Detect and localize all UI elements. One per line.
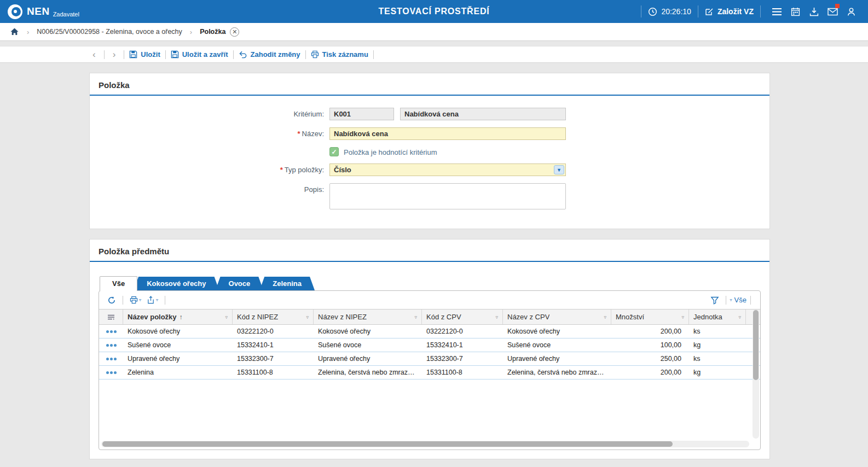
breadcrumb: › N006/25/V00002958 - Zelenina, ovoce a … [0, 23, 868, 41]
create-vz-button[interactable]: Založit VZ [705, 7, 754, 16]
item-section: Položka Kritérium: K001 Nabídková cena N… [89, 73, 770, 229]
breadcrumb-contract[interactable]: N006/25/V00002958 - Zelenina, ovoce a oř… [37, 28, 182, 36]
separator [233, 50, 234, 59]
app-logo[interactable]: NEN Zadavatel [8, 4, 79, 19]
tab-zelenina[interactable]: Zelenina [259, 277, 315, 290]
print-record-button[interactable]: Tisk záznamu [311, 50, 368, 59]
messages-button[interactable] [823, 0, 842, 23]
save-button[interactable]: Uložit [129, 50, 160, 59]
export-icon [147, 296, 155, 304]
close-tab-icon[interactable]: ✕ [230, 27, 239, 37]
column-chooser[interactable] [99, 310, 123, 324]
discard-changes-button[interactable]: Zahodit změny [239, 50, 300, 59]
cell-item-name: Sušené ovoce [123, 341, 233, 349]
environment-title: TESTOVACÍ PROSTŘEDÍ [378, 7, 489, 16]
cell-item-name: Kokosové ořechy [123, 328, 233, 335]
cell-item-name: Upravené ořechy [123, 355, 233, 363]
column-filter-icon[interactable]: ▿ [411, 314, 417, 320]
description-label: Popis: [90, 183, 329, 194]
column-header-nazev-nipez[interactable]: Název z NIPEZ ▿ [314, 310, 422, 324]
tab-ovoce[interactable]: Ovoce [216, 277, 264, 290]
column-header-kod-nipez[interactable]: Kód z NIPEZ ▿ [233, 310, 314, 324]
topbar-actions: 20:26:10 Založit VZ [634, 0, 860, 23]
row-menu-dots-icon [106, 344, 117, 347]
item-type-select[interactable]: Číslo ▼ [329, 164, 566, 176]
row-menu-button[interactable] [99, 358, 123, 360]
column-header-jednotka[interactable]: Jednotka ▿ [689, 310, 746, 324]
chevron-down-icon[interactable]: ▼ [554, 165, 564, 174]
criterion-name-field[interactable]: Nabídková cena [400, 108, 566, 120]
save-close-button[interactable]: Uložit a zavřít [171, 50, 228, 59]
column-filter-icon[interactable]: ▿ [600, 314, 606, 320]
undo-icon [239, 50, 247, 59]
column-filter-icon[interactable]: ▿ [303, 314, 309, 320]
column-label: Název z CPV [507, 313, 549, 321]
cell-nipez-code: 03222120-0 [233, 328, 314, 335]
discard-label: Zahodit změny [251, 50, 300, 59]
tab-vse[interactable]: Vše [100, 276, 137, 291]
chevron-down-icon: ▿ [156, 297, 158, 302]
horizontal-scrollbar-thumb[interactable] [102, 441, 673, 447]
table-row[interactable]: Kokosové ořechy 03222120-0 Kokosové ořec… [99, 325, 760, 338]
refresh-button[interactable] [105, 296, 119, 305]
export-button[interactable]: ▿ [144, 296, 161, 304]
horizontal-scrollbar[interactable] [101, 441, 749, 447]
profile-button[interactable] [842, 0, 860, 23]
spacer [90, 147, 329, 149]
cell-nipez-name: Kokosové ořechy [314, 328, 422, 335]
criterion-code-field[interactable]: K001 [329, 108, 394, 120]
vertical-scrollbar-thumb[interactable] [753, 310, 759, 380]
unread-badge [835, 4, 840, 8]
column-filter-icon[interactable]: ▿ [222, 314, 228, 320]
name-label: Název: [90, 127, 329, 138]
cell-cpv-code: 15331100-8 [422, 369, 503, 376]
column-header-kod-cpv[interactable]: Kód z CPV ▿ [422, 310, 503, 324]
filter-preset-dropdown[interactable]: Vše [734, 296, 747, 304]
column-header-nazev-cpv[interactable]: Název z CPV ▿ [503, 310, 611, 324]
home-icon[interactable] [10, 27, 19, 36]
menu-button[interactable] [767, 0, 786, 23]
calendar-button[interactable] [786, 0, 805, 23]
column-filter-icon[interactable]: ▿ [492, 314, 498, 320]
table-row[interactable]: Sušené ovoce 15332410-1 Sušené ovoce 153… [99, 338, 760, 352]
funnel-icon [710, 296, 719, 305]
table-row[interactable]: Zelenina 15331100-8 Zelenina, čerstvá ne… [99, 366, 760, 380]
separator [165, 296, 165, 305]
column-filter-icon[interactable]: ▿ [735, 314, 741, 320]
nav-back-icon[interactable]: ‹ [89, 50, 99, 59]
action-toolbar: ‹ › Uložit Uložit a zavřít Zahodit změny… [0, 46, 868, 63]
name-input[interactable]: Nabídková cena [329, 127, 566, 140]
cell-cpv-name: Sušené ovoce [503, 341, 611, 349]
row-menu-button[interactable] [99, 344, 123, 347]
separator [726, 296, 726, 305]
vertical-scrollbar[interactable] [753, 310, 759, 439]
description-input[interactable] [329, 183, 566, 209]
clock-icon [648, 7, 657, 16]
print-grid-button[interactable]: ▿ [127, 296, 144, 304]
nav-forward-icon[interactable]: › [109, 50, 119, 59]
cell-quantity: 200,00 [611, 328, 689, 335]
table-header: Název položky ↑ ▿ Kód z NIPEZ ▿ Název z … [99, 309, 760, 325]
column-filter-icon[interactable]: ▿ [678, 314, 684, 320]
sort-ascending-icon[interactable]: ↑ [180, 313, 183, 321]
top-bar: NEN Zadavatel TESTOVACÍ PROSTŘEDÍ 20:26:… [0, 0, 868, 23]
brand-role: Zadavatel [53, 11, 79, 17]
download-icon [809, 7, 819, 16]
row-menu-button[interactable] [99, 371, 123, 374]
table-row[interactable]: Upravené ořechy 15332300-7 Upravené ořec… [99, 352, 760, 366]
is-criterion-checkbox[interactable] [329, 147, 339, 156]
brand-name: NEN [27, 5, 50, 17]
breadcrumb-separator: › [27, 28, 29, 36]
subject-items-section: Položka předmětu Vše Kokosové ořechy Ovo… [89, 239, 770, 459]
is-criterion-label: Položka je hodnotící kritérium [344, 148, 437, 156]
row-menu-button[interactable] [99, 330, 123, 333]
cell-nipez-code: 15331100-8 [233, 369, 314, 376]
grid-toolbar: ▿ ▿ ▿ Vše [99, 291, 760, 309]
separator [165, 50, 166, 59]
column-header-mnozstvi[interactable]: Množství ▿ [611, 310, 689, 324]
tab-kokosove-orechy[interactable]: Kokosové ořechy [134, 277, 219, 290]
item-tabs: Vše Kokosové ořechy Ovoce Zelenina [100, 276, 761, 290]
column-header-nazev-polozky[interactable]: Název položky ↑ ▿ [123, 310, 233, 324]
download-button[interactable] [805, 0, 823, 23]
filter-button[interactable] [708, 296, 722, 305]
